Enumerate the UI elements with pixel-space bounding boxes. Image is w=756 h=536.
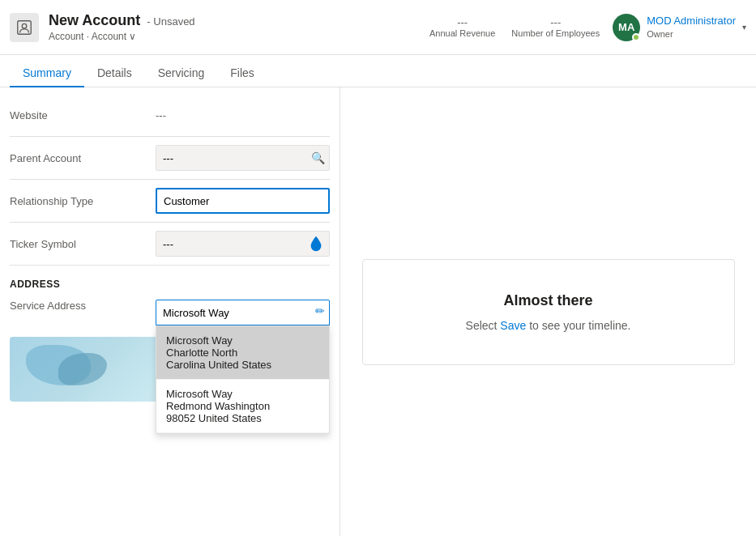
unsaved-label: - Unsaved [147, 15, 194, 28]
header-meta: --- Annual Revenue --- Number of Employe… [429, 16, 600, 38]
tab-files[interactable]: Files [217, 60, 267, 87]
num-employees-label: Number of Employees [511, 28, 600, 38]
app-header: New Account - Unsaved Account · Account … [0, 0, 756, 55]
website-field: Website --- [0, 97, 340, 133]
relationship-type-field: Relationship Type [0, 183, 340, 219]
user-info: MOD Administrator Owner [647, 15, 736, 40]
autocomplete-item-r-line1: Microsoft Way [166, 388, 319, 400]
ticker-symbol-wrapper [156, 231, 330, 257]
relationship-type-input[interactable] [156, 188, 330, 214]
user-role: Owner [647, 28, 736, 40]
autocomplete-item-line1: Microsoft Way [166, 334, 319, 347]
parent-account-label: Parent Account [10, 152, 156, 164]
autocomplete-item-redmond[interactable]: Microsoft Way Redmond Washington 98052 U… [156, 380, 329, 433]
address-section-header: ADDRESS [0, 269, 340, 295]
divider-3 [10, 222, 330, 223]
left-panel: Website --- Parent Account 🔍 Relationshi… [0, 87, 340, 536]
breadcrumb-account1[interactable]: Account [49, 31, 83, 42]
parent-account-search-icon[interactable]: 🔍 [311, 151, 325, 164]
user-chevron-icon[interactable]: ▾ [742, 23, 746, 32]
autocomplete-item-charlotte[interactable]: Microsoft Way Charlotte North Carolina U… [156, 326, 329, 380]
droplet-icon[interactable] [307, 235, 325, 253]
pencil-icon[interactable]: ✏ [315, 304, 325, 317]
svg-point-1 [22, 23, 27, 28]
tab-summary[interactable]: Summary [10, 60, 84, 87]
breadcrumb-chevron[interactable]: ∨ [129, 31, 136, 42]
divider-2 [10, 179, 330, 180]
timeline-subtitle: Select Save to see your timeline. [379, 319, 718, 332]
num-employees-value: --- [511, 16, 600, 28]
annual-revenue-value: --- [429, 16, 495, 28]
timeline-title: Almost there [379, 292, 718, 309]
annual-revenue-label: Annual Revenue [429, 28, 495, 38]
relationship-type-label: Relationship Type [10, 195, 156, 207]
service-address-input[interactable] [156, 300, 330, 325]
timeline-card: Almost there Select Save to see your tim… [362, 259, 735, 365]
autocomplete-dropdown: Microsoft Way Charlotte North Carolina U… [156, 325, 330, 434]
ticker-symbol-input[interactable] [156, 231, 330, 257]
online-badge [632, 33, 640, 41]
page-title: New Account [49, 12, 140, 29]
divider-1 [10, 136, 330, 137]
breadcrumb-account2[interactable]: Account [92, 31, 126, 42]
timeline-subtitle-post: to see your timeline. [526, 319, 630, 332]
autocomplete-item-line3: Carolina United States [166, 359, 319, 371]
timeline-subtitle-pre: Select [466, 319, 501, 332]
parent-account-field: Parent Account 🔍 [0, 140, 340, 176]
user-name: MOD Administrator [647, 15, 736, 28]
autocomplete-item-r-line3: 98052 United States [166, 412, 319, 424]
website-value: --- [156, 109, 330, 121]
parent-account-input[interactable] [156, 145, 330, 171]
header-title-section: New Account - Unsaved Account · Account … [49, 12, 429, 42]
timeline-save-link[interactable]: Save [500, 319, 526, 332]
annual-revenue-meta: --- Annual Revenue [429, 16, 495, 38]
divider-4 [10, 265, 330, 266]
nav-tabs: Summary Details Servicing Files [0, 55, 756, 87]
map-blob-2 [58, 353, 107, 385]
tab-servicing[interactable]: Servicing [145, 60, 218, 87]
website-label: Website [10, 109, 156, 121]
ticker-symbol-label: Ticker Symbol [10, 238, 156, 250]
ticker-symbol-field: Ticker Symbol [0, 226, 340, 262]
breadcrumb: Account · Account ∨ [49, 31, 429, 42]
service-address-field: Service Address ✏ Microsoft Way Charlott… [0, 295, 340, 330]
user-profile[interactable]: MA MOD Administrator Owner ▾ [613, 14, 746, 41]
parent-account-input-wrapper: 🔍 [156, 145, 330, 171]
service-address-container: ✏ Microsoft Way Charlotte North Carolina… [156, 300, 330, 325]
tab-details[interactable]: Details [84, 60, 145, 87]
service-address-label: Service Address [10, 300, 156, 312]
autocomplete-item-r-line2: Redmond Washington [166, 400, 319, 412]
right-panel: Almost there Select Save to see your tim… [340, 87, 756, 536]
avatar: MA [613, 14, 640, 41]
autocomplete-item-line2: Charlotte North [166, 347, 319, 359]
main-layout: Website --- Parent Account 🔍 Relationshi… [0, 87, 756, 536]
num-employees-meta: --- Number of Employees [511, 16, 600, 38]
account-icon [10, 13, 39, 42]
